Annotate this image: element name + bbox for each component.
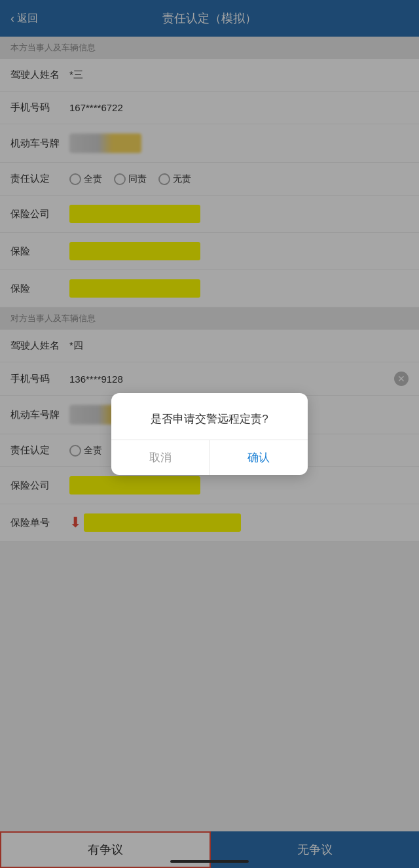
- dialog-cancel-button[interactable]: 取消: [111, 440, 210, 475]
- confirm-dialog: 是否申请交警远程定责? 取消 确认: [111, 393, 308, 475]
- dialog-overlay: 是否申请交警远程定责? 取消 确认: [0, 0, 419, 868]
- dialog-confirm-button[interactable]: 确认: [210, 440, 308, 475]
- dialog-buttons: 取消 确认: [111, 440, 308, 475]
- dialog-title: 是否申请交警远程定责?: [111, 393, 308, 440]
